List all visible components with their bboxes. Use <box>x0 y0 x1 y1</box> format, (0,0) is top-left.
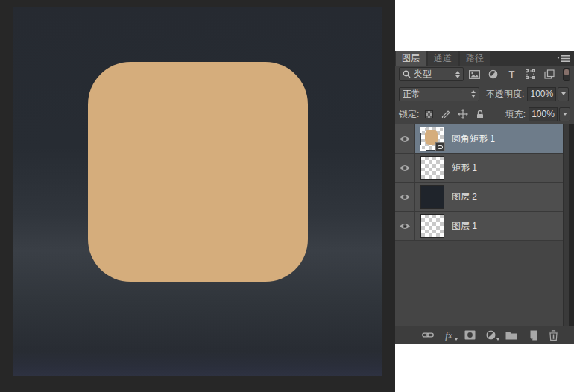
shape-layer-filter-icon[interactable] <box>523 68 538 81</box>
visibility-toggle[interactable] <box>395 154 415 182</box>
photoshop-workspace: 图层 通道 路径 类型 <box>0 0 574 392</box>
layer-name: 图层 1 <box>452 220 477 233</box>
eye-icon <box>399 164 411 172</box>
layer-name: 图层 2 <box>452 191 477 203</box>
tab-layers[interactable]: 图层 <box>396 51 426 66</box>
fill-value[interactable]: 100% <box>529 107 558 121</box>
search-icon <box>403 70 411 78</box>
layer-thumbnail-shape[interactable] <box>421 127 444 150</box>
new-adjustment-layer-icon[interactable] <box>485 329 496 341</box>
fill-label: 填充: <box>505 108 526 121</box>
opacity-label: 不透明度: <box>486 88 524 101</box>
panel-menu-icon[interactable] <box>557 54 570 63</box>
visibility-toggle[interactable] <box>395 183 415 211</box>
delete-layer-trash-icon[interactable] <box>547 329 559 341</box>
pixel-layer-filter-icon[interactable] <box>467 68 482 81</box>
dropdown-arrows-icon <box>471 90 476 98</box>
document-canvas[interactable] <box>13 7 382 376</box>
eye-icon <box>399 135 411 143</box>
layer-thumbnail-transparent[interactable] <box>421 157 444 179</box>
eye-icon <box>399 193 411 201</box>
lock-position-move-icon[interactable] <box>455 107 470 121</box>
filter-kind-dropdown[interactable]: 类型 <box>399 67 464 81</box>
layer-list: 圆角矩形 1 矩形 1 图层 2 <box>395 124 574 326</box>
canvas-workspace <box>0 0 395 392</box>
layers-panel: 图层 通道 路径 类型 <box>395 51 574 344</box>
layer-thumbnail-transparent[interactable] <box>421 215 444 237</box>
layer-filter-row: 类型 T <box>395 66 574 83</box>
blend-mode-label: 正常 <box>403 88 469 101</box>
blend-mode-dropdown[interactable]: 正常 <box>399 87 479 101</box>
type-layer-filter-icon[interactable]: T <box>504 68 520 81</box>
opacity-dropdown-button[interactable] <box>558 87 569 101</box>
layer-style-fx-icon[interactable]: fx <box>443 329 455 341</box>
lock-all-icon[interactable] <box>473 107 488 121</box>
rounded-rectangle-shape[interactable] <box>88 62 308 282</box>
eye-icon <box>399 222 411 230</box>
layer-row-rectangle-1[interactable]: 矩形 1 <box>395 154 563 183</box>
panel-tab-bar: 图层 通道 路径 <box>395 51 574 66</box>
smart-object-filter-icon[interactable] <box>541 68 557 81</box>
visibility-toggle[interactable] <box>395 212 415 240</box>
new-group-folder-icon[interactable] <box>505 329 517 341</box>
layer-row-layer-2[interactable]: 图层 2 <box>395 183 563 212</box>
lock-transparency-icon[interactable] <box>421 107 436 121</box>
lock-row: 锁定: 填充: 100% <box>395 104 574 124</box>
fill-dropdown-button[interactable] <box>559 107 570 121</box>
layer-row-layer-1[interactable]: 图层 1 <box>395 212 563 241</box>
filter-kind-label: 类型 <box>414 68 453 80</box>
link-layers-icon[interactable] <box>422 329 434 341</box>
layer-name: 圆角矩形 1 <box>452 133 495 145</box>
tab-channels[interactable]: 通道 <box>428 51 458 66</box>
layer-name: 矩形 1 <box>452 162 477 174</box>
new-layer-icon[interactable] <box>526 329 538 341</box>
layers-panel-bottom-bar: fx <box>395 326 574 344</box>
tab-paths[interactable]: 路径 <box>460 51 490 66</box>
lock-label: 锁定: <box>399 108 419 121</box>
dropdown-arrows-icon <box>455 71 460 78</box>
panel-scrollbar-gutter[interactable] <box>563 124 574 326</box>
shape-layer-badge-icon <box>435 142 445 151</box>
layer-thumbnail-solid[interactable] <box>421 186 444 208</box>
opacity-value[interactable]: 100% <box>527 87 556 101</box>
lock-pixels-brush-icon[interactable] <box>438 107 453 121</box>
adjustment-layer-filter-icon[interactable] <box>485 68 501 81</box>
layer-filtering-toggle[interactable] <box>563 68 570 81</box>
visibility-toggle[interactable] <box>395 124 415 153</box>
blend-mode-row: 正常 不透明度: 100% <box>395 83 574 104</box>
add-layer-mask-icon[interactable] <box>464 329 476 341</box>
layer-row-rounded-rectangle-1[interactable]: 圆角矩形 1 <box>395 124 563 154</box>
